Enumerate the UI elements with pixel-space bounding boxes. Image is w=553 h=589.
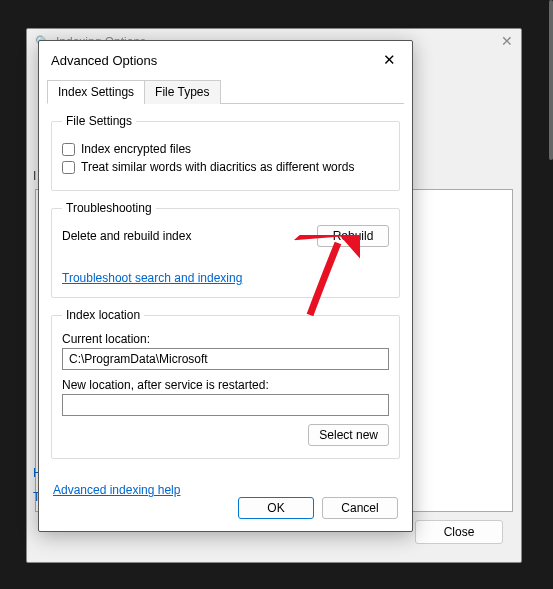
troubleshoot-link[interactable]: Troubleshoot search and indexing <box>62 271 242 285</box>
encrypted-label: Index encrypted files <box>81 142 191 156</box>
advanced-help-link[interactable]: Advanced indexing help <box>53 483 180 497</box>
encrypted-checkbox[interactable] <box>62 143 75 156</box>
select-new-button[interactable]: Select new <box>308 424 389 446</box>
tab-file-types[interactable]: File Types <box>144 80 220 104</box>
close-icon[interactable]: ✕ <box>377 49 402 71</box>
tab-index-settings[interactable]: Index Settings <box>47 80 145 104</box>
close-button[interactable]: Close <box>415 520 503 544</box>
current-location-input[interactable] <box>62 348 389 370</box>
rebuild-button[interactable]: Rebuild <box>317 225 389 247</box>
included-label: I <box>33 169 36 183</box>
diacritics-checkbox[interactable] <box>62 161 75 174</box>
index-location-legend: Index location <box>62 308 144 322</box>
diacritics-label: Treat similar words with diacritics as d… <box>81 160 354 174</box>
new-location-input[interactable] <box>62 394 389 416</box>
tab-strip: Index Settings File Types <box>47 79 404 104</box>
scrollbar[interactable] <box>549 0 553 160</box>
ok-button[interactable]: OK <box>238 497 314 519</box>
delete-rebuild-label: Delete and rebuild index <box>62 229 191 243</box>
diacritics-row[interactable]: Treat similar words with diacritics as d… <box>62 160 389 174</box>
current-location-label: Current location: <box>62 332 389 346</box>
advanced-options-dialog: Advanced Options ✕ Index Settings File T… <box>38 40 413 532</box>
dialog-title: Advanced Options <box>51 53 157 68</box>
troubleshooting-group: Troubleshooting Delete and rebuild index… <box>51 201 400 298</box>
cancel-button[interactable]: Cancel <box>322 497 398 519</box>
tab-body: File Settings Index encrypted files Trea… <box>39 104 412 477</box>
file-settings-legend: File Settings <box>62 114 136 128</box>
index-location-group: Index location Current location: New loc… <box>51 308 400 459</box>
new-location-label: New location, after service is restarted… <box>62 378 389 392</box>
troubleshooting-legend: Troubleshooting <box>62 201 156 215</box>
file-settings-group: File Settings Index encrypted files Trea… <box>51 114 400 191</box>
encrypted-row[interactable]: Index encrypted files <box>62 142 389 156</box>
parent-close-icon[interactable]: ✕ <box>501 33 513 49</box>
